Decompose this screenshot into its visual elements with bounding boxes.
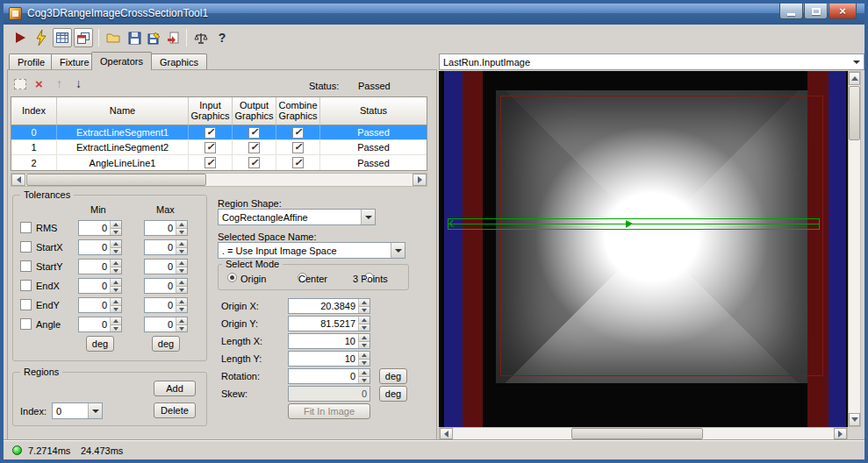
table-horizontal-scrollbar[interactable]: [11, 173, 427, 187]
display-source-combobox[interactable]: LastRun.InputImage: [439, 53, 864, 70]
scroll-thumb[interactable]: [849, 86, 860, 140]
spinner-buttons[interactable]: [176, 298, 187, 312]
header-output-graphics[interactable]: Output Graphics: [233, 97, 276, 125]
header-index[interactable]: Index: [11, 97, 57, 125]
title-bar[interactable]: Cog3DRangeImageCrossSectionTool1 ×: [4, 4, 864, 25]
combine-graphics-checkbox[interactable]: ✓: [292, 127, 304, 139]
image-vertical-scrollbar[interactable]: [848, 71, 861, 427]
spinner-buttons[interactable]: [176, 279, 187, 293]
header-name[interactable]: Name: [57, 97, 189, 125]
cascade-windows-toggle[interactable]: [74, 28, 93, 47]
scroll-down-button[interactable]: [849, 413, 860, 426]
dropdown-arrow-icon[interactable]: [850, 54, 864, 69]
tab-graphics[interactable]: Graphics: [151, 53, 207, 70]
output-graphics-checkbox[interactable]: ✓: [248, 157, 260, 168]
spinner-buttons[interactable]: [176, 240, 187, 254]
dropdown-arrow-icon[interactable]: [361, 210, 375, 224]
starty-min-input[interactable]: 0: [78, 259, 122, 274]
endx-checkbox[interactable]: [20, 280, 32, 291]
image-horizontal-scrollbar[interactable]: [439, 427, 848, 440]
endx-min-input[interactable]: 0: [78, 278, 122, 294]
starty-checkbox[interactable]: [20, 260, 32, 272]
startx-min-input[interactable]: 0: [78, 239, 122, 255]
scroll-up-button[interactable]: [849, 72, 860, 85]
tools-button[interactable]: [191, 28, 211, 47]
angle-min-input[interactable]: 0: [78, 317, 122, 332]
spinner-buttons[interactable]: [358, 334, 369, 348]
table-row[interactable]: 2 AngleLineLine1 ✓ ✓ ✓ Passed: [11, 155, 427, 170]
origin-x-input[interactable]: 20.3849: [288, 298, 370, 314]
import-button[interactable]: [163, 28, 183, 47]
scroll-thumb[interactable]: [571, 428, 703, 439]
spinner-buttons[interactable]: [176, 317, 187, 331]
table-row[interactable]: 1 ExtractLineSegment2 ✓ ✓ ✓ Passed: [11, 140, 427, 155]
combine-graphics-checkbox[interactable]: ✓: [292, 142, 304, 153]
delete-region-button[interactable]: Delete: [154, 402, 196, 418]
input-graphics-checkbox[interactable]: ✓: [204, 157, 216, 168]
endy-min-input[interactable]: 0: [78, 297, 122, 313]
spinner-buttons[interactable]: [110, 317, 121, 331]
origin-y-input[interactable]: 81.5217: [288, 316, 370, 331]
spinner-buttons[interactable]: [358, 369, 369, 383]
startx-checkbox[interactable]: [20, 241, 32, 253]
spinner-buttons[interactable]: [358, 317, 369, 331]
scroll-left-button[interactable]: [11, 174, 25, 186]
move-operator-up-button[interactable]: ↑: [56, 77, 62, 89]
spinner-buttons[interactable]: [110, 260, 121, 274]
length-x-input[interactable]: 10: [288, 333, 370, 349]
cross-section-region-overlay[interactable]: [448, 218, 820, 230]
run-electric-button[interactable]: [32, 28, 51, 47]
endy-checkbox[interactable]: [20, 299, 32, 310]
length-y-input[interactable]: 10: [288, 351, 370, 367]
region-shape-combobox[interactable]: CogRectangleAffine: [218, 209, 376, 225]
endx-max-input[interactable]: 0: [144, 278, 188, 294]
scroll-thumb[interactable]: [26, 174, 206, 186]
spinner-buttons[interactable]: [358, 352, 369, 366]
minimize-button[interactable]: [779, 4, 803, 19]
add-region-button[interactable]: Add: [154, 381, 196, 396]
maximize-button[interactable]: [804, 4, 828, 19]
combine-graphics-checkbox[interactable]: ✓: [292, 157, 304, 168]
save-button[interactable]: [125, 28, 144, 47]
close-button[interactable]: ×: [829, 4, 857, 19]
starty-max-input[interactable]: 0: [144, 259, 188, 274]
spinner-buttons[interactable]: [176, 260, 187, 274]
region-index-combobox[interactable]: 0: [52, 402, 103, 419]
move-operator-down-button[interactable]: ↓: [75, 77, 82, 89]
rms-min-input[interactable]: 0: [78, 220, 122, 236]
spinner-buttons[interactable]: [110, 298, 121, 312]
results-grid-toggle[interactable]: [53, 28, 72, 47]
startx-max-input[interactable]: 0: [144, 239, 188, 255]
scroll-right-button[interactable]: [412, 174, 427, 186]
header-combine-graphics[interactable]: Combine Graphics: [276, 97, 320, 125]
header-status[interactable]: Status: [320, 97, 427, 125]
output-graphics-checkbox[interactable]: ✓: [248, 127, 260, 139]
scroll-right-button[interactable]: [834, 428, 847, 439]
open-button[interactable]: [104, 28, 123, 47]
angle-max-input[interactable]: 0: [144, 317, 188, 332]
image-viewport[interactable]: [439, 71, 848, 427]
rms-max-input[interactable]: 0: [144, 220, 188, 236]
skew-deg-button[interactable]: deg: [379, 386, 407, 402]
fit-in-image-button[interactable]: Fit In Image: [288, 403, 370, 419]
run-button[interactable]: [11, 28, 30, 47]
tab-profile[interactable]: Profile: [9, 53, 54, 70]
delete-operator-button[interactable]: ×: [35, 77, 43, 90]
dropdown-arrow-icon[interactable]: [391, 243, 405, 258]
input-graphics-checkbox[interactable]: ✓: [204, 142, 216, 153]
spinner-buttons[interactable]: [358, 299, 369, 313]
save-as-button[interactable]: [144, 28, 163, 47]
scroll-left-button[interactable]: [440, 428, 453, 439]
spinner-buttons[interactable]: [110, 279, 121, 293]
max-deg-button[interactable]: deg: [152, 336, 180, 352]
table-row[interactable]: 0 ExtractLineSegment1 ✓ ✓ ✓ Passed: [11, 125, 427, 140]
dropdown-arrow-icon[interactable]: [88, 403, 102, 418]
tab-operators[interactable]: Operators: [91, 52, 152, 70]
min-deg-button[interactable]: deg: [86, 336, 114, 352]
rotation-deg-button[interactable]: deg: [379, 368, 407, 384]
rms-checkbox[interactable]: [20, 222, 32, 233]
spinner-buttons[interactable]: [110, 240, 121, 254]
header-input-graphics[interactable]: Input Graphics: [189, 97, 233, 125]
angle-checkbox[interactable]: [20, 318, 32, 330]
mode-origin-radio[interactable]: [227, 273, 237, 282]
